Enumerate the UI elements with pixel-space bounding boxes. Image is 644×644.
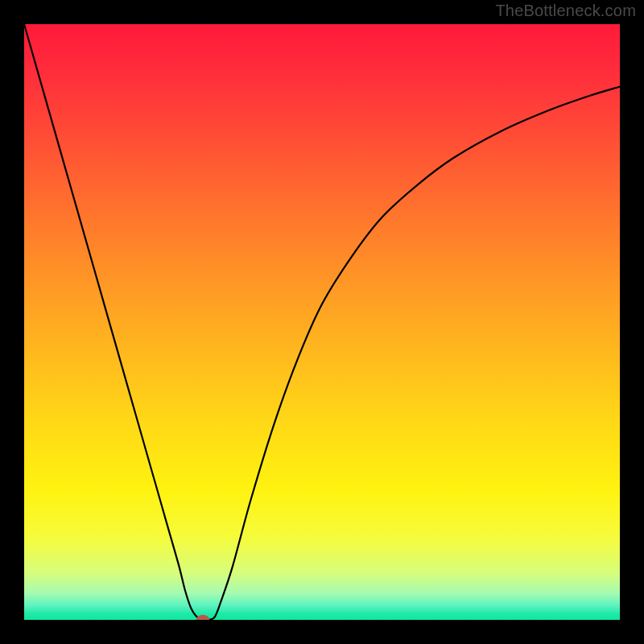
watermark-label: TheBottleneck.com bbox=[495, 2, 636, 20]
chart-svg bbox=[24, 24, 620, 620]
gradient-background bbox=[24, 24, 620, 620]
plot-area bbox=[24, 24, 620, 620]
chart-frame: TheBottleneck.com bbox=[0, 0, 644, 644]
